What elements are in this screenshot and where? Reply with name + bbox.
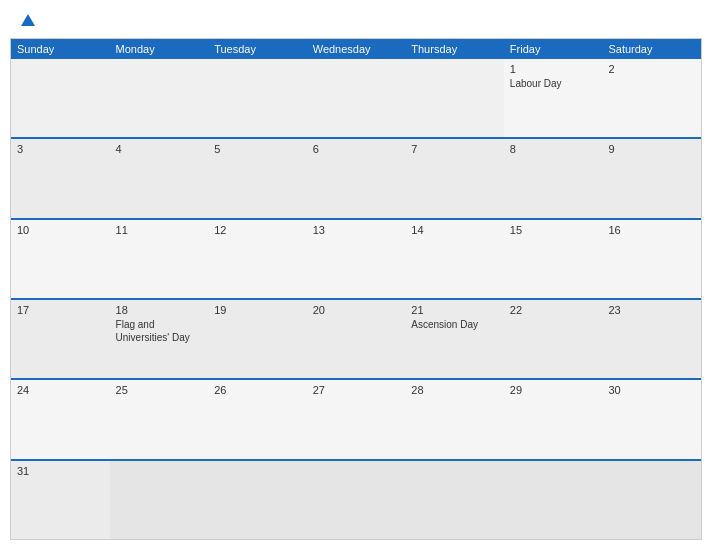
day-cell: 29 bbox=[504, 380, 603, 458]
day-cell bbox=[208, 59, 307, 137]
day-cell bbox=[602, 461, 701, 539]
day-number: 24 bbox=[17, 384, 104, 396]
day-cell: 16 bbox=[602, 220, 701, 298]
day-number: 8 bbox=[510, 143, 597, 155]
event-text: Labour Day bbox=[510, 78, 562, 89]
day-cell bbox=[405, 59, 504, 137]
day-cell: 24 bbox=[11, 380, 110, 458]
day-number: 19 bbox=[214, 304, 301, 316]
day-cell: 8 bbox=[504, 139, 603, 217]
calendar-header bbox=[10, 10, 702, 38]
week-row: 1718Flag and Universities' Day192021Asce… bbox=[11, 298, 701, 378]
day-number: 17 bbox=[17, 304, 104, 316]
day-cell: 28 bbox=[405, 380, 504, 458]
day-number: 4 bbox=[116, 143, 203, 155]
day-number: 16 bbox=[608, 224, 695, 236]
day-cell bbox=[110, 59, 209, 137]
day-headers-row: SundayMondayTuesdayWednesdayThursdayFrid… bbox=[11, 39, 701, 59]
day-number: 6 bbox=[313, 143, 400, 155]
day-cell: 1Labour Day bbox=[504, 59, 603, 137]
day-number: 10 bbox=[17, 224, 104, 236]
day-cell bbox=[208, 461, 307, 539]
day-cell: 21Ascension Day bbox=[405, 300, 504, 378]
day-cell: 13 bbox=[307, 220, 406, 298]
day-cell: 14 bbox=[405, 220, 504, 298]
week-row: 3456789 bbox=[11, 137, 701, 217]
day-cell bbox=[307, 59, 406, 137]
day-header-saturday: Saturday bbox=[602, 39, 701, 59]
day-cell: 2 bbox=[602, 59, 701, 137]
day-number: 29 bbox=[510, 384, 597, 396]
day-cell: 30 bbox=[602, 380, 701, 458]
day-cell: 23 bbox=[602, 300, 701, 378]
day-cell: 20 bbox=[307, 300, 406, 378]
day-cell: 26 bbox=[208, 380, 307, 458]
day-cell: 25 bbox=[110, 380, 209, 458]
day-number: 12 bbox=[214, 224, 301, 236]
day-number: 28 bbox=[411, 384, 498, 396]
weeks-container: 1Labour Day23456789101112131415161718Fla… bbox=[11, 59, 701, 539]
day-cell: 9 bbox=[602, 139, 701, 217]
day-cell: 12 bbox=[208, 220, 307, 298]
day-cell bbox=[504, 461, 603, 539]
day-number: 22 bbox=[510, 304, 597, 316]
day-cell bbox=[110, 461, 209, 539]
day-cell: 7 bbox=[405, 139, 504, 217]
day-header-thursday: Thursday bbox=[405, 39, 504, 59]
day-number: 13 bbox=[313, 224, 400, 236]
day-number: 27 bbox=[313, 384, 400, 396]
day-cell: 6 bbox=[307, 139, 406, 217]
day-header-monday: Monday bbox=[110, 39, 209, 59]
day-header-wednesday: Wednesday bbox=[307, 39, 406, 59]
week-row: 1Labour Day2 bbox=[11, 59, 701, 137]
day-number: 20 bbox=[313, 304, 400, 316]
event-text: Flag and Universities' Day bbox=[116, 319, 190, 343]
day-header-sunday: Sunday bbox=[11, 39, 110, 59]
day-cell bbox=[307, 461, 406, 539]
week-row: 24252627282930 bbox=[11, 378, 701, 458]
calendar-grid: SundayMondayTuesdayWednesdayThursdayFrid… bbox=[10, 38, 702, 540]
day-number: 23 bbox=[608, 304, 695, 316]
day-number: 26 bbox=[214, 384, 301, 396]
day-cell: 11 bbox=[110, 220, 209, 298]
day-cell: 3 bbox=[11, 139, 110, 217]
day-number: 1 bbox=[510, 63, 597, 75]
day-header-friday: Friday bbox=[504, 39, 603, 59]
day-number: 31 bbox=[17, 465, 104, 477]
day-number: 14 bbox=[411, 224, 498, 236]
week-row: 31 bbox=[11, 459, 701, 539]
day-cell: 27 bbox=[307, 380, 406, 458]
logo-triangle-icon bbox=[21, 14, 35, 26]
day-number: 11 bbox=[116, 224, 203, 236]
day-cell: 22 bbox=[504, 300, 603, 378]
day-number: 5 bbox=[214, 143, 301, 155]
day-number: 7 bbox=[411, 143, 498, 155]
day-number: 9 bbox=[608, 143, 695, 155]
day-number: 3 bbox=[17, 143, 104, 155]
day-header-tuesday: Tuesday bbox=[208, 39, 307, 59]
day-cell: 15 bbox=[504, 220, 603, 298]
day-cell: 19 bbox=[208, 300, 307, 378]
day-number: 15 bbox=[510, 224, 597, 236]
day-cell: 31 bbox=[11, 461, 110, 539]
day-cell: 17 bbox=[11, 300, 110, 378]
day-cell: 10 bbox=[11, 220, 110, 298]
day-number: 21 bbox=[411, 304, 498, 316]
day-number: 30 bbox=[608, 384, 695, 396]
day-cell: 5 bbox=[208, 139, 307, 217]
day-number: 18 bbox=[116, 304, 203, 316]
day-cell bbox=[11, 59, 110, 137]
day-cell: 18Flag and Universities' Day bbox=[110, 300, 209, 378]
day-cell: 4 bbox=[110, 139, 209, 217]
day-cell bbox=[405, 461, 504, 539]
event-text: Ascension Day bbox=[411, 319, 478, 330]
week-row: 10111213141516 bbox=[11, 218, 701, 298]
logo bbox=[18, 14, 35, 30]
day-number: 25 bbox=[116, 384, 203, 396]
day-number: 2 bbox=[608, 63, 695, 75]
